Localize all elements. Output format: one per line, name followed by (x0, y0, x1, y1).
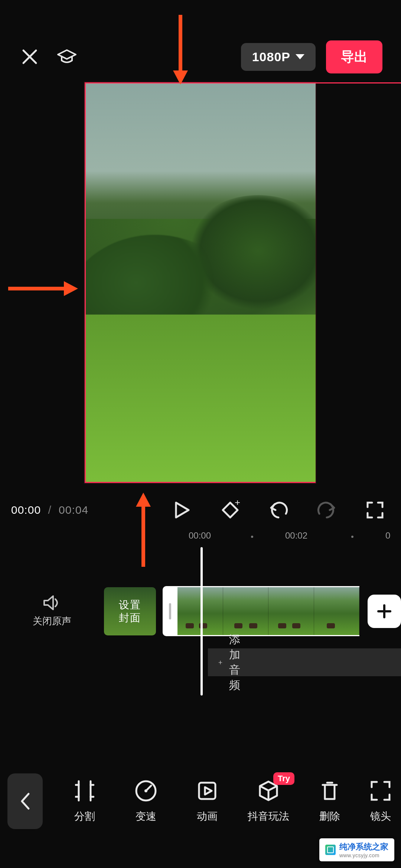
ruler-dot (251, 536, 253, 538)
selection-outline-extension (316, 82, 401, 83)
split-icon (75, 780, 94, 802)
keyframe-diamond-icon: + (221, 500, 240, 520)
fullscreen-icon (366, 501, 384, 519)
gauge-icon (135, 780, 157, 802)
keyframe-button[interactable]: + (219, 499, 241, 521)
undo-button[interactable] (267, 499, 290, 521)
play-icon (174, 501, 190, 519)
playback-bar: 00:00 / 00:04 + (0, 497, 401, 523)
redo-icon (317, 501, 336, 519)
trash-icon (320, 780, 340, 802)
ruler-tick: 0 (385, 530, 390, 541)
speaker-icon (43, 595, 61, 611)
timeline-ruler[interactable]: 00:00 00:02 0 (0, 530, 401, 545)
tool-split[interactable]: 分割 (54, 779, 115, 823)
mute-label: 关闭原声 (33, 615, 71, 628)
add-clip-button[interactable] (368, 595, 401, 628)
watermark: 纯净系统之家 www.ycsyjy.com (319, 838, 394, 861)
tool-lens[interactable]: 镜头 (360, 779, 401, 823)
resolution-dropdown[interactable]: 1080P (241, 43, 316, 71)
animation-icon (196, 780, 218, 802)
tool-douyin-play[interactable]: Try 抖音玩法 (238, 779, 299, 823)
plus-icon (376, 603, 392, 619)
bottom-toolbar: 分割 变速 动画 Try 抖音玩法 (0, 772, 401, 831)
toolbar-back-button[interactable] (7, 773, 43, 829)
close-button[interactable] (19, 46, 41, 68)
preview-area (0, 82, 401, 483)
time-display: 00:00 / 00:04 (11, 504, 88, 516)
preview-frame[interactable] (85, 82, 316, 483)
tool-speed[interactable]: 变速 (115, 779, 176, 823)
chevron-left-icon (20, 792, 31, 810)
playhead[interactable] (200, 547, 203, 696)
current-time: 00:00 (11, 504, 41, 516)
fullscreen-button[interactable] (364, 499, 386, 521)
undo-icon (269, 501, 288, 519)
ruler-tick: 00:00 (189, 530, 211, 541)
tool-delete[interactable]: 删除 (299, 779, 360, 823)
play-button[interactable] (171, 499, 193, 521)
add-audio-button[interactable]: 添加音频 (208, 648, 401, 676)
redo-button[interactable] (316, 499, 338, 521)
total-duration: 00:04 (59, 504, 88, 516)
tool-animation[interactable]: 动画 (176, 779, 238, 823)
watermark-logo-icon (325, 845, 336, 855)
svg-rect-10 (199, 783, 215, 799)
mute-original-sound-button[interactable]: 关闭原声 (0, 595, 104, 628)
tutorial-button[interactable] (56, 46, 78, 68)
clip-left-handle[interactable] (163, 586, 177, 636)
graduation-cap-icon (56, 46, 77, 67)
export-button[interactable]: 导出 (326, 40, 382, 73)
video-clip[interactable]: 5.0s (177, 586, 359, 636)
svg-point-9 (144, 789, 147, 792)
svg-text:+: + (235, 500, 240, 508)
plus-icon (218, 657, 222, 668)
try-badge: Try (273, 772, 294, 785)
ruler-tick: 00:02 (285, 530, 307, 541)
close-icon (21, 48, 38, 65)
watermark-url: www.ycsyjy.com (339, 852, 388, 858)
ruler-dot (351, 536, 353, 538)
editor-header: 1080P 导出 (0, 40, 401, 73)
chevron-down-icon (296, 54, 304, 59)
resolution-label: 1080P (252, 50, 290, 64)
watermark-title: 纯净系统之家 (339, 842, 388, 851)
focus-frame-icon (369, 780, 392, 802)
set-cover-button[interactable]: 设置 封面 (104, 587, 156, 635)
